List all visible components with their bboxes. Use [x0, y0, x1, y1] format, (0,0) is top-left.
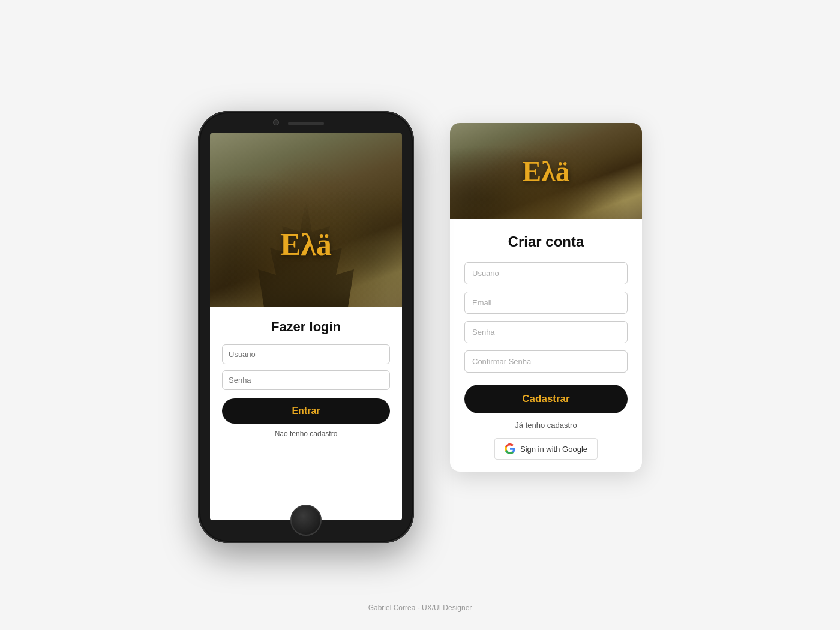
- card-password-input[interactable]: [464, 321, 628, 343]
- phone-no-account-link[interactable]: Não tenho cadastro: [275, 430, 338, 438]
- google-sign-in-label: Sign in with Google: [520, 445, 587, 454]
- phone-form-title: Fazer login: [271, 319, 341, 335]
- phone-form-area: Fazer login Entrar Não tenho cadastro: [210, 307, 402, 520]
- card-email-input[interactable]: [464, 292, 628, 314]
- phone-password-input[interactable]: [222, 370, 390, 390]
- card-username-input[interactable]: [464, 262, 628, 284]
- card-confirm-password-input[interactable]: [464, 350, 628, 373]
- phone-camera: [273, 119, 279, 125]
- phone-home-button[interactable]: [290, 505, 322, 536]
- card-form-title: Criar conta: [508, 233, 584, 250]
- card-form-area: Criar conta Cadastrar Já tenho cadastro …: [450, 219, 642, 472]
- phone-username-input[interactable]: [222, 344, 390, 364]
- phone-app-logo: Ελä: [280, 227, 332, 262]
- footer-credit: Gabriel Correa - UX/UI Designer: [368, 604, 472, 612]
- phone-screen: Ελä Fazer login Entrar Não tenho cadastr…: [210, 133, 402, 520]
- card-app-logo: Ελä: [522, 155, 570, 188]
- card-hero-image: Ελä: [450, 123, 642, 219]
- phone-hero-image: Ελä: [210, 133, 402, 307]
- main-container: Ελä Fazer login Entrar Não tenho cadastr…: [198, 111, 642, 543]
- phone-speaker: [288, 122, 324, 125]
- phone-login-button[interactable]: Entrar: [222, 398, 390, 424]
- card-register-button[interactable]: Cadastrar: [464, 385, 628, 413]
- card-mockup: Ελä Criar conta Cadastrar Já tenho cadas…: [450, 123, 642, 472]
- google-sign-in-button[interactable]: Sign in with Google: [494, 438, 598, 460]
- phone-mockup: Ελä Fazer login Entrar Não tenho cadastr…: [198, 111, 414, 543]
- card-already-account-link[interactable]: Já tenho cadastro: [515, 421, 577, 430]
- google-icon: [505, 443, 515, 454]
